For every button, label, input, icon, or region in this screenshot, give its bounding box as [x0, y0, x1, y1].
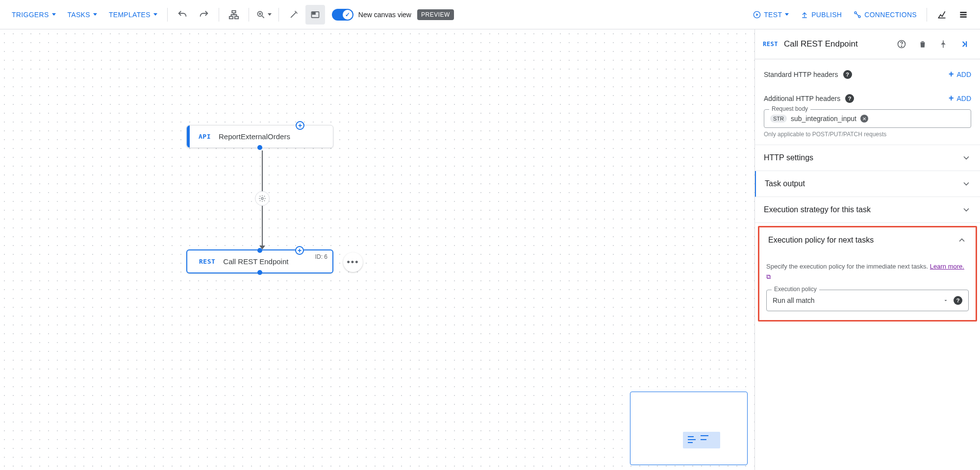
panel-title: Call REST Endpoint: [784, 39, 888, 49]
learn-more-link[interactable]: Learn more.: [930, 263, 964, 270]
chevron-down-icon: [961, 153, 971, 163]
separator: [219, 8, 219, 22]
add-std-header-button[interactable]: +ADD: [949, 69, 971, 79]
svg-rect-0: [232, 10, 235, 13]
pin-button[interactable]: [936, 37, 951, 51]
canvas-view-toggle[interactable]: ✓: [332, 9, 353, 21]
new-canvas-label: New canvas view: [358, 11, 411, 19]
variable-name: sub_integration_input: [791, 115, 856, 123]
exec-strategy-accordion[interactable]: Execution strategy for this task: [755, 197, 980, 223]
svg-rect-10: [960, 14, 966, 15]
edge-settings-button[interactable]: [255, 191, 270, 206]
add-label: ADD: [956, 71, 971, 78]
node-title: ReportExternalOrders: [219, 132, 290, 141]
svg-rect-11: [960, 16, 966, 18]
undo-button[interactable]: [173, 5, 192, 25]
connector-port[interactable]: [257, 248, 262, 253]
publish-button[interactable]: PUBLISH: [796, 7, 847, 23]
caret-icon: [153, 13, 157, 16]
exec-policy-desc: Specify the execution policy for the imm…: [766, 263, 930, 270]
play-icon: [753, 11, 761, 19]
redo-button[interactable]: [194, 5, 214, 25]
layout-button[interactable]: [224, 5, 244, 25]
node-more-button[interactable]: •••: [343, 252, 363, 272]
node-tag: REST: [199, 258, 215, 265]
publish-label: PUBLISH: [811, 11, 842, 19]
task-output-accordion[interactable]: Task output: [754, 171, 980, 197]
canvas[interactable]: + API ReportExternalOrders + ID: 6 REST …: [0, 29, 754, 470]
add-label: ADD: [956, 95, 971, 102]
http-settings-accordion[interactable]: HTTP settings: [755, 145, 980, 171]
connections-label: CONNECTIONS: [864, 11, 917, 19]
panel-header: REST Call REST Endpoint: [755, 29, 980, 59]
caret-icon: [785, 13, 789, 16]
stats-button[interactable]: [932, 5, 952, 25]
accordion-title: Execution strategy for this task: [764, 205, 871, 214]
node-tag: API: [199, 133, 211, 140]
node-title: Call REST Endpoint: [223, 257, 288, 266]
svg-rect-5: [312, 12, 315, 14]
add-addl-header-button[interactable]: +ADD: [949, 93, 971, 103]
toolbar: TRIGGERS TASKS TEMPLATES ✓ New canvas vi…: [0, 0, 980, 29]
tasks-label: TASKS: [68, 11, 90, 19]
chevron-down-icon: [961, 179, 971, 189]
dropdown-caret-icon: [943, 297, 949, 303]
test-label: TEST: [764, 11, 782, 19]
panel-toggle-button[interactable]: [305, 5, 325, 25]
field-label: Execution policy: [772, 286, 819, 293]
delete-button[interactable]: [915, 37, 930, 51]
connections-button[interactable]: CONNECTIONS: [849, 7, 922, 23]
exec-policy-body: Specify the execution policy for the imm…: [759, 253, 976, 320]
help-icon[interactable]: ?: [845, 94, 854, 103]
exec-policy-accordion[interactable]: Execution policy for next tasks: [759, 227, 976, 253]
panel-tag: REST: [763, 41, 778, 48]
minimap-viewport: [683, 432, 720, 448]
connector-port[interactable]: [257, 145, 262, 150]
triggers-menu[interactable]: TRIGGERS: [7, 7, 61, 23]
request-body-hint: Only applicable to POST/PUT/PATCH reques…: [764, 131, 971, 138]
accordion-title: Execution policy for next tasks: [768, 236, 874, 245]
external-link-icon: ⧉: [766, 273, 771, 281]
connections-icon: [854, 11, 861, 19]
caret-icon: [93, 13, 97, 16]
node-accent: [187, 125, 190, 148]
side-panel: REST Call REST Endpoint Standard HTTP he…: [754, 29, 980, 470]
exec-policy-highlight: Execution policy for next tasks Specify …: [758, 226, 977, 322]
templates-menu[interactable]: TEMPLATES: [104, 7, 162, 23]
addl-headers-label: Additional HTTP headers: [764, 95, 840, 102]
minimap[interactable]: [630, 392, 748, 465]
add-port-icon[interactable]: +: [296, 121, 304, 130]
connector-port[interactable]: [257, 270, 262, 275]
magic-button[interactable]: [284, 5, 303, 25]
svg-rect-2: [235, 16, 238, 19]
separator: [249, 8, 249, 22]
caret-icon: [52, 13, 56, 16]
add-port-icon[interactable]: +: [295, 246, 304, 255]
tasks-menu[interactable]: TASKS: [63, 7, 102, 23]
help-icon[interactable]: ?: [954, 296, 962, 305]
select-value: Run all match: [773, 297, 943, 304]
field-label: Request body: [769, 105, 810, 112]
test-button[interactable]: TEST: [748, 7, 794, 23]
help-button[interactable]: [894, 36, 909, 52]
zoom-button[interactable]: [254, 5, 274, 25]
collapse-panel-button[interactable]: [956, 36, 972, 52]
exec-policy-select[interactable]: Execution policy Run all match ?: [766, 290, 969, 311]
help-icon[interactable]: ?: [843, 70, 852, 79]
task-node[interactable]: + ID: 6 REST Call REST Endpoint: [186, 249, 333, 273]
caret-icon: [268, 13, 272, 16]
separator: [167, 8, 168, 22]
std-headers-label: Standard HTTP headers: [764, 71, 838, 78]
request-body-field[interactable]: Request body STR sub_integration_input ✕: [764, 109, 971, 128]
variable-chip: sub_integration_input ✕: [791, 115, 868, 123]
remove-variable-button[interactable]: ✕: [860, 115, 868, 123]
menu-button[interactable]: [954, 5, 973, 25]
check-icon: ✓: [343, 10, 352, 20]
separator: [278, 8, 279, 22]
triggers-label: TRIGGERS: [12, 11, 49, 19]
chevron-up-icon: [957, 235, 967, 245]
trigger-node[interactable]: + API ReportExternalOrders: [186, 125, 333, 148]
svg-point-19: [901, 46, 902, 47]
upload-icon: [801, 11, 808, 19]
chevron-down-icon: [961, 205, 971, 215]
